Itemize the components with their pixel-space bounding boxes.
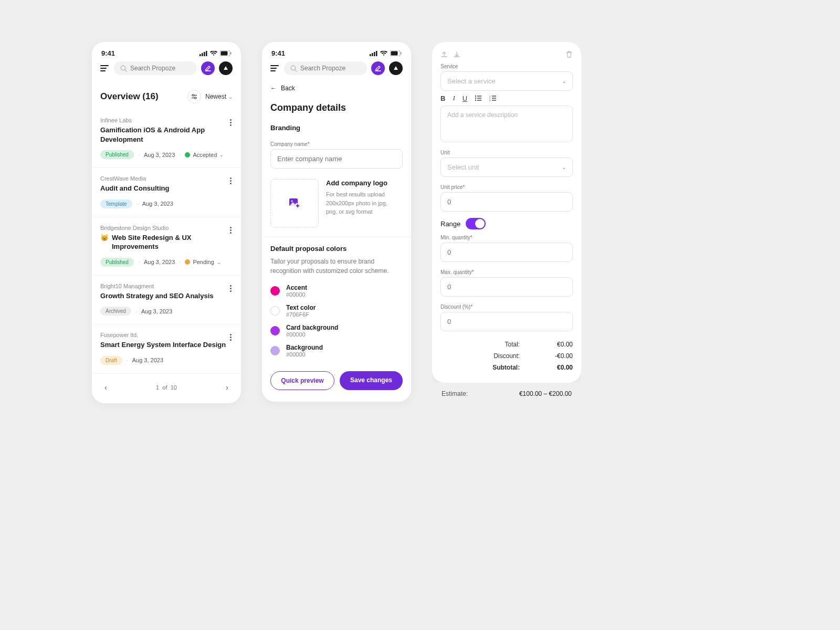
unit-select[interactable]: Select unit ⌄ — [440, 158, 573, 177]
list-item[interactable]: CrestWave Media Audit and Consulting Tem… — [92, 167, 241, 217]
search-field[interactable] — [130, 65, 191, 72]
svg-point-12 — [194, 97, 196, 99]
search-input[interactable] — [114, 61, 197, 75]
item-menu-button[interactable] — [228, 117, 234, 128]
estimate-label: Estimate: — [442, 390, 468, 397]
pagination: ‹ 1 of 10 › — [92, 373, 241, 403]
signal-icon — [370, 51, 377, 56]
search-field[interactable] — [300, 65, 361, 72]
item-title: Audit and Consulting — [100, 184, 233, 193]
save-changes-button[interactable]: Save changes — [340, 371, 403, 390]
svg-rect-0 — [200, 54, 201, 56]
item-date: Aug 3, 2023 — [144, 152, 175, 158]
italic-button[interactable]: I — [453, 94, 455, 102]
list-item[interactable]: Fusepower ltd. Smart Energy System Inter… — [92, 324, 241, 373]
svg-rect-2 — [204, 52, 205, 56]
notifications-button[interactable] — [389, 61, 403, 75]
estimate-value: €100.00 – €200.00 — [519, 390, 572, 397]
max-qty-input[interactable] — [440, 277, 573, 297]
item-menu-button[interactable] — [228, 283, 234, 294]
min-qty-input[interactable] — [440, 243, 573, 262]
totals-block: Total:€0.00 Discount:-€0.00 Subtotal:€0.… — [432, 331, 581, 383]
status-bar: 9:41 — [92, 42, 241, 61]
item-title: Gamification iOS & Android App Developme… — [100, 125, 233, 144]
battery-icon — [220, 50, 232, 56]
svg-rect-16 — [376, 51, 377, 56]
svg-point-28 — [475, 98, 476, 99]
menu-icon[interactable] — [100, 65, 110, 71]
upload-icon[interactable] — [440, 50, 448, 58]
color-swatch-icon — [270, 326, 280, 335]
app-bar — [262, 61, 411, 80]
page-prev-button[interactable]: ‹ — [104, 383, 107, 392]
list-item[interactable]: Infinee Labs Gamification iOS & Android … — [92, 110, 241, 167]
svg-point-7 — [121, 66, 125, 70]
color-swatch-icon — [270, 286, 280, 296]
color-accent[interactable]: Accent#00000 — [262, 281, 411, 301]
item-status-dropdown[interactable]: Pending ⌄ — [185, 259, 220, 265]
item-menu-button[interactable] — [228, 225, 234, 236]
color-swatch-icon — [270, 346, 280, 355]
logo-upload-box[interactable] — [270, 179, 319, 227]
filter-button[interactable] — [187, 90, 201, 103]
section-title: Branding — [262, 117, 411, 134]
search-icon — [290, 65, 297, 72]
item-date: Aug 3, 2023 — [141, 308, 172, 314]
item-status: Accepted — [193, 152, 217, 158]
item-badge: Archived — [100, 307, 131, 316]
status-bar: 9:41 — [262, 42, 411, 61]
item-menu-button[interactable] — [228, 332, 234, 343]
underline-button[interactable]: U — [463, 94, 467, 102]
range-toggle[interactable] — [466, 218, 486, 229]
color-background[interactable]: Background#00000 — [262, 341, 411, 361]
list-item[interactable]: Bright10 Managment Growth Strategy and S… — [92, 275, 241, 324]
search-input[interactable] — [284, 61, 367, 75]
service-label: Service — [432, 61, 581, 71]
compose-button[interactable] — [201, 61, 215, 75]
bullet-list-button[interactable] — [475, 95, 482, 101]
bold-button[interactable]: B — [440, 94, 445, 102]
max-qty-label: Max. quantity* — [432, 262, 581, 277]
overview-title: Overview (16) — [100, 91, 159, 102]
company-name-input[interactable] — [270, 149, 403, 169]
subtotal-label: Subtotal: — [440, 364, 520, 371]
back-button[interactable]: ← Back — [262, 80, 411, 97]
list-item[interactable]: Bridgestone Design Studio 😸 Web Site Red… — [92, 217, 241, 275]
logo-hint: For best results upload 200x200px photo … — [326, 190, 394, 216]
quick-preview-button[interactable]: Quick preview — [270, 371, 334, 390]
notifications-button[interactable] — [219, 61, 233, 75]
overview-header: Overview (16) Newest ⌄ — [92, 80, 241, 110]
download-icon[interactable] — [453, 50, 460, 58]
item-menu-button[interactable] — [228, 175, 234, 186]
svg-point-30 — [475, 100, 476, 101]
svg-line-21 — [295, 70, 297, 71]
color-card-bg[interactable]: Card background#00000 — [262, 321, 411, 341]
total-value: €0.00 — [520, 341, 573, 348]
svg-text:3: 3 — [489, 99, 491, 101]
chevron-down-icon: ⌄ — [217, 259, 221, 265]
trash-icon[interactable] — [565, 50, 573, 58]
svg-rect-6 — [230, 52, 232, 55]
item-company: CrestWave Media — [100, 175, 233, 182]
status-icons — [200, 50, 232, 56]
color-text[interactable]: Text color#706F6F — [262, 301, 411, 321]
service-select[interactable]: Select a service ⌄ — [440, 71, 573, 91]
rich-text-toolbar: B I U 123 — [432, 91, 581, 106]
item-company: Fusepower ltd. — [100, 332, 233, 338]
page-next-button[interactable]: › — [226, 383, 228, 392]
item-date: Aug 3, 2023 — [132, 357, 163, 363]
svg-rect-13 — [370, 54, 371, 56]
unit-price-input[interactable] — [440, 192, 573, 212]
svg-rect-18 — [391, 51, 398, 56]
app-bar — [92, 61, 241, 80]
svg-rect-3 — [206, 51, 207, 56]
compose-button[interactable] — [371, 61, 385, 75]
discount-label: Discount (%)* — [432, 297, 581, 312]
discount-input[interactable] — [440, 312, 573, 331]
svg-rect-14 — [372, 53, 373, 56]
numbered-list-button[interactable]: 123 — [489, 95, 497, 101]
sort-dropdown[interactable]: Newest ⌄ — [205, 93, 233, 100]
menu-icon[interactable] — [270, 65, 280, 71]
description-input[interactable]: Add a service description — [440, 106, 573, 142]
item-status-dropdown[interactable]: Accepted ⌄ — [185, 152, 224, 158]
